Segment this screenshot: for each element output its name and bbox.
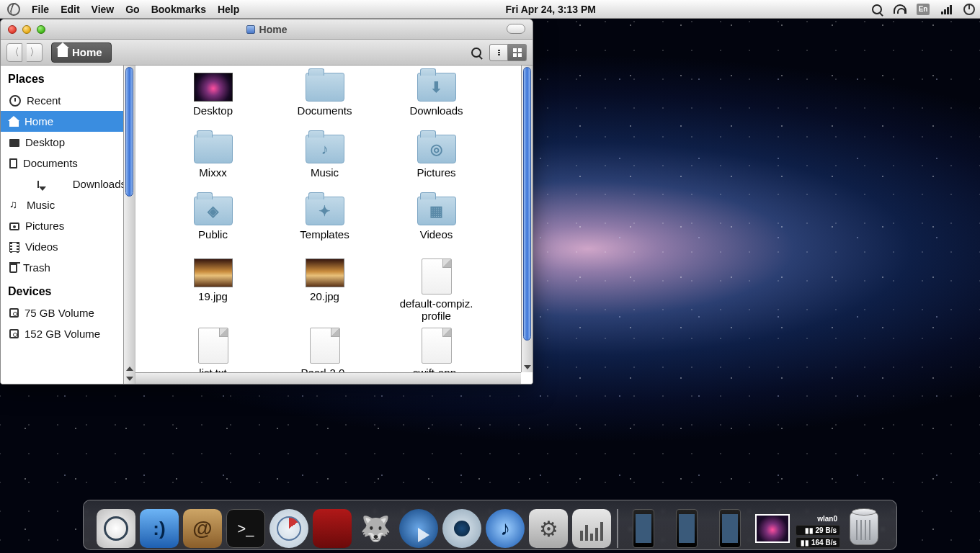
dock-web-browser[interactable] <box>270 509 308 548</box>
folder-icon: ⬇ <box>417 73 456 102</box>
signal-icon[interactable] <box>940 3 953 16</box>
window-titlebar[interactable]: Home <box>1 19 533 40</box>
dock-system-logo[interactable] <box>97 509 135 548</box>
dock-media-player[interactable] <box>399 509 438 548</box>
content-hscrollbar[interactable] <box>135 372 521 384</box>
sidebar-item-desktop[interactable]: Desktop <box>1 132 135 153</box>
sidebar-item-label: Downloads <box>73 178 126 190</box>
toolbar: 〈 〉 Home <box>1 40 533 66</box>
dock-file-manager[interactable] <box>140 509 179 548</box>
file-item[interactable]: ✦Templates <box>269 197 380 254</box>
sidebar-item-pictures[interactable]: Pictures <box>1 215 135 236</box>
disk-icon <box>9 308 19 318</box>
file-item[interactable]: Mixxx <box>157 135 269 192</box>
file-label: 20.jpg <box>310 290 339 316</box>
maximize-button[interactable] <box>37 25 45 34</box>
menu-bar: File Edit View Go Bookmarks Help Fri Apr… <box>0 0 980 19</box>
minimize-button[interactable] <box>22 25 31 34</box>
list-view-button[interactable] <box>489 44 508 61</box>
file-item[interactable]: ◎Pictures <box>380 135 492 192</box>
sidebar-item-label: Videos <box>25 240 58 253</box>
toolbar-toggle-pill[interactable] <box>507 24 525 34</box>
folder-icon <box>306 73 344 102</box>
file-item[interactable]: ◈Public <box>157 197 269 254</box>
menu-go[interactable]: Go <box>120 0 145 19</box>
home-icon <box>9 120 19 127</box>
file-item[interactable]: ▦Videos <box>380 197 492 254</box>
content-area[interactable]: DesktopDocuments⬇DownloadsMixxx♪Music◎Pi… <box>135 66 533 384</box>
dock-network-monitor[interactable]: wlan0 ▮▮29 B/s ▮▮164 B/s <box>796 514 840 548</box>
sidebar-item-label: Trash <box>23 261 50 274</box>
sidebar-item-75-gb-volume[interactable]: 75 GB Volume <box>1 302 135 323</box>
sidebar-item-recent[interactable]: Recent <box>1 90 135 111</box>
wifi-icon[interactable] <box>894 3 906 16</box>
window-title: Home <box>1 24 533 35</box>
image-thumbnail-icon <box>306 258 344 287</box>
dock-phone-3[interactable] <box>710 509 749 548</box>
file-label: Documents <box>298 104 352 130</box>
menu-bookmarks[interactable]: Bookmarks <box>146 0 212 19</box>
file-item[interactable]: ⬇Downloads <box>380 73 492 130</box>
home-icon <box>58 48 68 57</box>
dock-desktop-thumb[interactable] <box>754 509 791 548</box>
folder-icon: ▦ <box>417 197 456 225</box>
power-icon[interactable] <box>963 3 976 16</box>
folder-icon: ◈ <box>194 197 233 225</box>
sidebar-item-downloads[interactable]: Downloads <box>1 174 135 194</box>
forward-button[interactable]: 〉 <box>27 43 43 62</box>
sidebar-scrollbar[interactable] <box>123 66 135 384</box>
dock-contacts[interactable] <box>183 509 222 548</box>
dock-image-editor[interactable] <box>356 509 395 548</box>
sidebar-item-home[interactable]: Home <box>1 111 135 132</box>
dock-camera[interactable] <box>442 509 481 548</box>
location-label: Home <box>72 46 102 58</box>
sidebar-item-label: 152 GB Volume <box>24 328 100 340</box>
search-button[interactable] <box>468 44 485 61</box>
dock: wlan0 ▮▮29 B/s ▮▮164 B/s <box>83 500 897 550</box>
file-icon <box>422 328 452 364</box>
file-item[interactable]: 20.jpg <box>269 258 380 323</box>
grid-view-button[interactable] <box>508 44 527 61</box>
file-label: Templates <box>300 228 349 254</box>
file-item[interactable]: 19.jpg <box>157 258 269 323</box>
dock-terminal[interactable] <box>226 509 265 548</box>
dock-equalizer[interactable] <box>572 509 611 548</box>
back-button[interactable]: 〈 <box>6 43 22 62</box>
close-button[interactable] <box>8 25 17 34</box>
sidebar-item-music[interactable]: ♫Music <box>1 194 135 215</box>
file-label: Mixxx <box>199 166 226 192</box>
dock-phone-1[interactable] <box>624 509 663 548</box>
file-icon <box>422 258 452 295</box>
folder-icon: ♪ <box>306 135 344 163</box>
keyboard-layout-icon[interactable]: En <box>917 3 930 16</box>
menu-file[interactable]: File <box>26 0 55 19</box>
sidebar-item-videos[interactable]: Videos <box>1 236 135 257</box>
dock-photo-booth[interactable] <box>313 509 352 548</box>
sidebar-item-documents[interactable]: Documents <box>1 153 135 174</box>
music-icon: ♫ <box>9 199 21 211</box>
location-chip[interactable]: Home <box>51 42 112 63</box>
dock-music-player[interactable] <box>486 509 525 548</box>
clock[interactable]: Fri Apr 24, 3:13 PM <box>505 4 596 15</box>
dock-phone-2[interactable] <box>667 509 706 548</box>
search-icon[interactable] <box>870 3 883 16</box>
dock-trash[interactable] <box>845 509 883 548</box>
file-item[interactable]: ♪Music <box>269 135 380 192</box>
menu-view[interactable]: View <box>86 0 120 19</box>
doc-icon <box>9 158 17 168</box>
menu-edit[interactable]: Edit <box>55 0 85 19</box>
file-item[interactable]: default-compiz. profile <box>380 258 492 323</box>
menu-help[interactable]: Help <box>212 0 245 19</box>
sidebar: PlacesRecentHomeDesktopDocumentsDownload… <box>1 66 135 384</box>
file-label: Music <box>311 166 339 192</box>
home-disk-icon <box>246 25 255 34</box>
content-scrollbar[interactable] <box>521 66 533 372</box>
file-item[interactable]: Desktop <box>157 73 269 130</box>
dock-settings[interactable] <box>529 509 568 548</box>
net-down-rate: ▮▮164 B/s <box>796 537 840 548</box>
sidebar-item-trash[interactable]: Trash <box>1 257 135 278</box>
system-logo-icon[interactable] <box>7 3 20 16</box>
file-manager-window: Home 〈 〉 Home PlacesRecentHomeDesktopDoc… <box>0 19 533 385</box>
sidebar-item-152-gb-volume[interactable]: 152 GB Volume <box>1 323 135 344</box>
file-item[interactable]: Documents <box>269 73 380 130</box>
